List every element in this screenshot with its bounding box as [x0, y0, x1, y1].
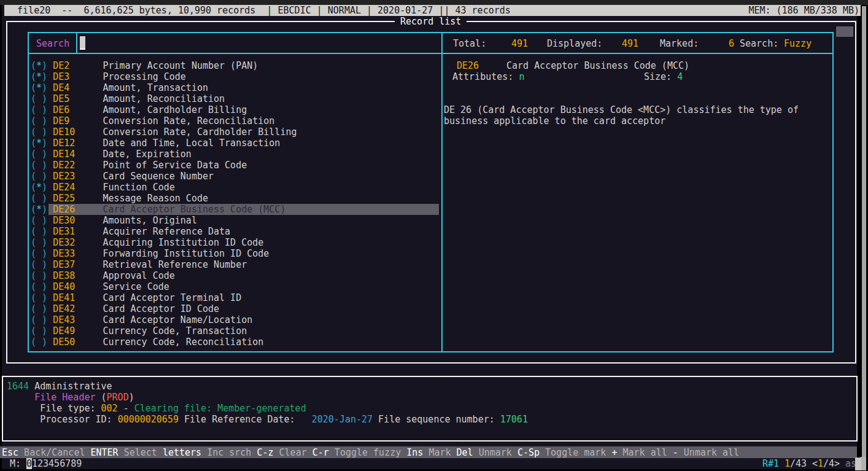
field-name: DE23: [53, 171, 103, 182]
field-row-de14[interactable]: ( ) DE14 Date, Expiration: [31, 149, 296, 160]
field-row-de24[interactable]: (*) DE24 Function Code: [31, 182, 296, 193]
field-row-de10[interactable]: ( ) DE10 Conversion Rate, Cardholder Bil…: [31, 127, 296, 138]
field-row-de2[interactable]: (*) DE2 Primary Account Number (PAN): [31, 60, 296, 71]
terminal-scrollbar[interactable]: [862, 6, 866, 470]
marker-paren-open: (: [31, 337, 36, 348]
field-name: DE38: [53, 270, 103, 281]
record-segment: 2020-Jan-27: [312, 414, 373, 425]
marker-paren-close: ): [42, 215, 53, 226]
field-row-de50[interactable]: ( ) DE50 Currency Code, Reconciliation: [31, 337, 296, 348]
field-row-de43[interactable]: ( ) DE43 Card Acceptor Name/Location: [31, 314, 296, 325]
marked-label: M:: [10, 458, 21, 469]
field-row-de3[interactable]: (*) DE3 Processing Code: [31, 71, 296, 82]
record-line-3: File type: 002 - Clearing file: Member-g…: [7, 403, 528, 414]
marker-paren-close: ): [42, 259, 53, 270]
field-desc: Currency Code, Reconciliation: [103, 337, 263, 348]
key-cz: C-z: [251, 447, 273, 458]
page-open-bracket: <: [812, 458, 818, 469]
search-label: Search: [36, 38, 69, 49]
stats-displayed-value: 491: [622, 38, 638, 49]
key-cr: C-r: [307, 447, 329, 458]
field-row-de22[interactable]: ( ) DE22 Point of Service Data Code: [31, 160, 296, 171]
field-row-de37[interactable]: ( ) DE37 Retrieval Reference Number: [31, 259, 296, 270]
record-segment: 17061: [500, 414, 528, 425]
marked-cursor[interactable]: 0: [26, 458, 32, 469]
page-rest: /4>: [823, 458, 840, 469]
field-name: DE10: [53, 127, 103, 138]
marker-paren-open: (: [31, 204, 36, 215]
field-row-de23[interactable]: ( ) DE23 Card Sequence Number: [31, 171, 296, 182]
record-segment: Clearing file: Member-generated: [134, 403, 306, 414]
key-csp: C-Sp: [512, 447, 540, 458]
record-line-1: 1644 Administrative: [7, 381, 528, 392]
field-row-de41[interactable]: ( ) DE41 Card Acceptor Terminal ID: [31, 292, 296, 303]
key-letters: letters: [157, 447, 201, 458]
record-line-4: Processor ID: 00000020659 File Reference…: [7, 414, 528, 425]
marked-indicator: *: [36, 138, 42, 149]
marker-paren-open: (: [31, 138, 36, 149]
field-row-de25[interactable]: ( ) DE25 Message Reason Code: [31, 193, 296, 204]
stats-total-label: Total:: [453, 38, 486, 49]
field-row-de26[interactable]: (*) DE26 Card Acceptor Business Code (MC…: [31, 204, 296, 215]
unmarked-indicator: [36, 93, 42, 104]
detail-attributes-value: n: [519, 71, 524, 82]
field-row-de6[interactable]: ( ) DE6 Amount, Cardholder Billing: [31, 104, 296, 115]
record-segment: (: [96, 392, 107, 403]
marker-paren-close: ): [42, 337, 53, 348]
detail-size-label: Size:: [644, 71, 672, 82]
field-row-de32[interactable]: ( ) DE32 Acquiring Institution ID Code: [31, 237, 296, 248]
window-top-strip: [0, 0, 868, 5]
field-row-de42[interactable]: ( ) DE42 Card Acceptor ID Code: [31, 303, 296, 314]
field-row-de4[interactable]: (*) DE4 Amount, Transaction: [31, 82, 296, 93]
record-segment: -: [118, 403, 134, 414]
field-desc: Amount, Cardholder Billing: [103, 104, 247, 115]
field-row-de33[interactable]: ( ) DE33 Forwarding Institution ID Code: [31, 248, 296, 259]
field-row-de40[interactable]: ( ) DE40 Service Code: [31, 281, 296, 292]
unmarked-indicator: [36, 259, 42, 270]
field-desc: Amount, Reconciliation: [103, 93, 225, 104]
unmarked-indicator: [36, 337, 42, 348]
detail-attributes: Attributes: n: [452, 71, 524, 82]
field-desc: Service Code: [103, 281, 169, 292]
field-row-de30[interactable]: ( ) DE30 Amounts, Original: [31, 215, 296, 226]
record-segment: [7, 392, 34, 403]
field-row-de9[interactable]: ( ) DE9 Conversion Rate, Reconciliation: [31, 115, 296, 127]
unmarked-indicator: [36, 248, 42, 259]
field-desc: Conversion Rate, Cardholder Billing: [103, 127, 296, 138]
field-name: DE9: [53, 115, 103, 127]
field-desc: Card Acceptor Business Code (MCC): [103, 204, 285, 215]
field-name: DE37: [53, 259, 103, 270]
field-row-de49[interactable]: ( ) DE49 Currency Code, Transaction: [31, 325, 296, 337]
unmarked-indicator: [36, 226, 42, 237]
stats-marked-label: Marked:: [660, 38, 699, 49]
stats-total-value: 491: [511, 38, 528, 49]
field-row-de12[interactable]: (*) DE12 Date and Time, Local Transactio…: [31, 138, 296, 149]
marker-paren-close: ): [42, 325, 53, 337]
marker-paren-close: ): [42, 270, 53, 281]
marker-paren-close: ): [42, 281, 53, 292]
field-row-de5[interactable]: ( ) DE5 Amount, Reconciliation: [31, 93, 296, 104]
key-label: Mark: [423, 447, 451, 458]
field-name: DE50: [53, 337, 103, 348]
field-desc: Card Acceptor Name/Location: [103, 314, 252, 325]
marker-paren-close: ): [42, 248, 53, 259]
marker-paren-open: (: [31, 325, 36, 337]
marker-paren-close: ): [42, 226, 53, 237]
field-desc: Card Acceptor ID Code: [103, 303, 219, 314]
search-cursor[interactable]: [80, 36, 85, 50]
record-segment: Processor ID:: [7, 414, 118, 425]
dialog-scrollbar-thumb[interactable]: [836, 26, 853, 37]
detail-size-value: 4: [677, 71, 683, 82]
field-desc: Amount, Transaction: [103, 82, 208, 93]
field-desc: Card Acceptor Terminal ID: [103, 292, 241, 303]
key-label: Toggle mark: [540, 447, 606, 458]
field-row-de31[interactable]: ( ) DE31 Acquirer Reference Data: [31, 226, 296, 237]
field-row-de38[interactable]: ( ) DE38 Approval Code: [31, 270, 296, 281]
marker-paren-open: (: [31, 281, 36, 292]
record-segment: ): [129, 392, 134, 403]
field-desc: Date, Expiration: [103, 149, 192, 160]
marker-paren-close: ): [42, 93, 53, 104]
unmarked-indicator: [36, 237, 42, 248]
field-name: DE22: [53, 160, 103, 171]
terminal-scrollbar-thumb[interactable]: [861, 457, 866, 470]
